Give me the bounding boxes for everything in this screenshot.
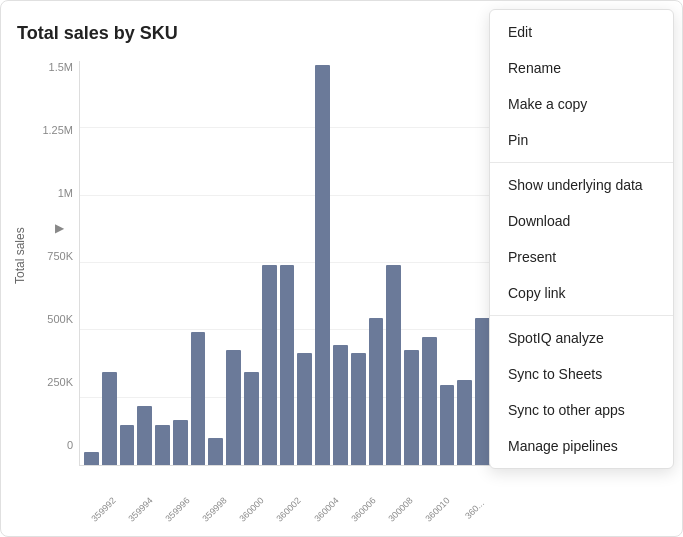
bar-item bbox=[155, 425, 170, 465]
menu-item-manage-pipelines[interactable]: Manage pipelines bbox=[490, 428, 673, 464]
bar-item bbox=[173, 420, 188, 465]
x-axis-label: 360000 bbox=[236, 494, 267, 525]
y-tick-500k: 500K bbox=[33, 313, 73, 325]
bar-item bbox=[262, 265, 277, 465]
x-axis-label: 360002 bbox=[273, 494, 304, 525]
bar-item bbox=[120, 425, 135, 465]
menu-item-copy-link[interactable]: Copy link bbox=[490, 275, 673, 311]
x-axis-label: 359996 bbox=[162, 494, 193, 525]
menu-item-sync-to-sheets[interactable]: Sync to Sheets bbox=[490, 356, 673, 392]
bar-item bbox=[102, 372, 117, 465]
x-axis-label: 359998 bbox=[199, 494, 230, 525]
bar-item bbox=[226, 350, 241, 465]
bar-item bbox=[297, 353, 312, 465]
y-tick-1.5m: 1.5M bbox=[33, 61, 73, 73]
bar-item bbox=[244, 372, 259, 465]
dropdown-menu: EditRenameMake a copyPinShow underlying … bbox=[489, 9, 674, 469]
bar-item bbox=[84, 452, 99, 465]
x-axis-labels: 3599923599943599963599983600003600023600… bbox=[79, 506, 492, 516]
bar-item bbox=[404, 350, 419, 465]
bar-item bbox=[280, 265, 295, 465]
chart-plot-area bbox=[79, 61, 492, 466]
y-tick-1.25m: 1.25M bbox=[33, 124, 73, 136]
bar-item bbox=[333, 345, 348, 465]
x-axis-label: 360... bbox=[459, 494, 490, 525]
y-tick-1m: 1M bbox=[33, 187, 73, 199]
bar-item bbox=[475, 318, 490, 465]
x-axis-label: 360006 bbox=[348, 494, 379, 525]
bar-item bbox=[315, 65, 330, 465]
bar-item bbox=[369, 318, 384, 465]
x-axis-label: 360004 bbox=[311, 494, 342, 525]
y-tick-0: 0 bbox=[33, 439, 73, 451]
y-tick-250k: 250K bbox=[33, 376, 73, 388]
menu-item-present[interactable]: Present bbox=[490, 239, 673, 275]
y-axis-ticks: 1.5M 1.25M 1M 750K 500K 250K 0 bbox=[33, 61, 73, 451]
menu-item-make-a-copy[interactable]: Make a copy bbox=[490, 86, 673, 122]
menu-item-pin[interactable]: Pin bbox=[490, 122, 673, 158]
y-tick-750k: 750K bbox=[33, 250, 73, 262]
menu-item-download[interactable]: Download bbox=[490, 203, 673, 239]
bar-item bbox=[137, 406, 152, 465]
main-container: Total sales by SKU Explore ••• 1.5M 1.25… bbox=[0, 0, 683, 537]
x-axis-label: 359992 bbox=[88, 494, 119, 525]
y-axis-label: Total sales bbox=[11, 61, 29, 451]
menu-divider bbox=[490, 315, 673, 316]
bar-item bbox=[208, 438, 223, 465]
menu-item-show-underlying-data[interactable]: Show underlying data bbox=[490, 167, 673, 203]
x-axis-label: 360010 bbox=[422, 494, 453, 525]
bar-item bbox=[191, 332, 206, 465]
menu-item-sync-to-other-apps[interactable]: Sync to other apps bbox=[490, 392, 673, 428]
menu-item-spotiq-analyze[interactable]: SpotIQ analyze bbox=[490, 320, 673, 356]
chart-title: Total sales by SKU bbox=[17, 23, 178, 44]
bar-item bbox=[457, 380, 472, 465]
bar-item bbox=[422, 337, 437, 465]
x-axis-label: 300008 bbox=[385, 494, 416, 525]
bars-container bbox=[80, 61, 492, 465]
y-axis-arrow-icon: ▶ bbox=[55, 221, 64, 235]
menu-divider bbox=[490, 162, 673, 163]
bar-item bbox=[440, 385, 455, 465]
bar-item bbox=[386, 265, 401, 465]
menu-item-rename[interactable]: Rename bbox=[490, 50, 673, 86]
bar-item bbox=[351, 353, 366, 465]
x-axis-label: 359994 bbox=[125, 494, 156, 525]
menu-item-edit[interactable]: Edit bbox=[490, 14, 673, 50]
